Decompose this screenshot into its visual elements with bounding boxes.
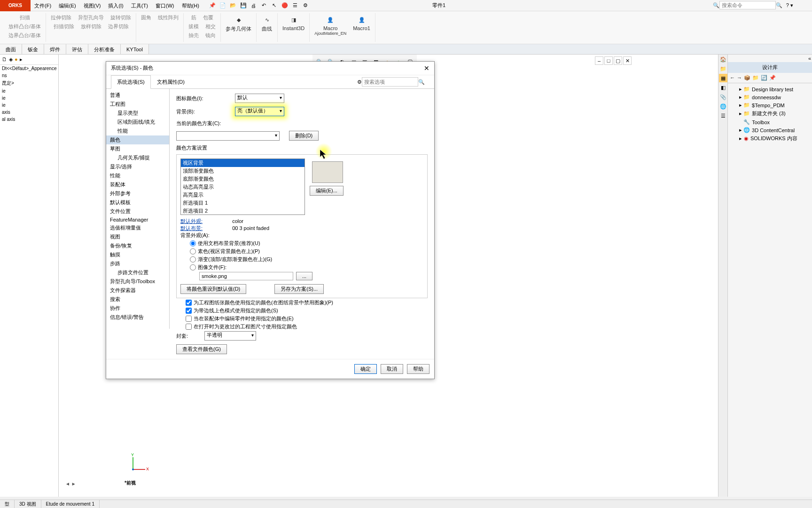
bottom-tab-motion[interactable]: Etude de mouvement 1 xyxy=(41,500,100,508)
ok-button[interactable]: 确定 xyxy=(354,364,377,374)
list-item[interactable]: ▸ 📁 $Tempo_PDM xyxy=(730,101,810,109)
nav-performance[interactable]: 性能 xyxy=(106,171,169,180)
pattern-button[interactable]: 线性阵列 xyxy=(156,13,180,22)
scheme-item[interactable]: 动态高亮显示 xyxy=(181,183,304,191)
scheme-item[interactable]: 所选项目 2 xyxy=(181,207,304,215)
current-scheme-select[interactable] xyxy=(176,131,280,141)
tree-item[interactable]: 昆定> xyxy=(0,79,58,87)
revolve-cut-button[interactable]: 旋转切除 xyxy=(109,13,133,22)
nav-collab[interactable]: 协作 xyxy=(106,304,169,313)
nav-touch[interactable]: 触摸 xyxy=(106,250,169,259)
view-file-colors-button[interactable]: 查看文件颜色(G) xyxy=(176,344,227,354)
menu-window[interactable]: 窗口(W) xyxy=(152,0,178,11)
tab-surface[interactable]: 曲面 xyxy=(0,44,22,54)
loft-button[interactable]: 放样凸台/基体 xyxy=(7,22,43,31)
fillet-button[interactable]: 圆角 xyxy=(139,13,153,22)
curve-button[interactable]: ∿ 曲线 xyxy=(259,13,274,33)
nav-display-select[interactable]: 显示/选择 xyxy=(106,162,169,171)
back-icon[interactable]: ← xyxy=(730,75,735,81)
tree-item[interactable]: axis xyxy=(0,109,58,116)
menu-help[interactable]: 帮助(H) xyxy=(178,0,203,11)
nav-colors[interactable]: 颜色 xyxy=(106,135,169,144)
nav-file-loc[interactable]: 文件位置 xyxy=(106,207,169,216)
default-appearance-link[interactable]: 默认外观: xyxy=(180,218,203,224)
lib-add-icon[interactable]: 📁 xyxy=(752,75,759,81)
tab-evaluate[interactable]: 评估 xyxy=(66,44,88,54)
loft-cut-button[interactable]: 放样切除 xyxy=(79,22,103,31)
edit-color-button[interactable]: 编辑(E)... xyxy=(310,186,344,196)
close-icon[interactable]: ✕ xyxy=(623,56,632,65)
radio-doc-scene[interactable] xyxy=(190,240,196,246)
tree-tab2-icon[interactable]: ◈ xyxy=(9,56,13,63)
envelope-select[interactable]: 半透明 xyxy=(204,331,256,341)
radio-gradient[interactable] xyxy=(190,256,196,262)
menu-tools[interactable]: 工具(T) xyxy=(127,0,152,11)
undo-icon[interactable]: ↶ xyxy=(259,1,269,10)
search-icon[interactable]: 🔍 xyxy=(418,79,425,85)
nav-view[interactable]: 视图 xyxy=(106,232,169,241)
fwd-icon[interactable]: → xyxy=(737,75,742,81)
nav-ext-ref[interactable]: 外部参考 xyxy=(106,189,169,198)
menu-view[interactable]: 视图(V) xyxy=(80,0,105,11)
list-item[interactable]: 🔧 Toolbox xyxy=(730,118,810,126)
scheme-list[interactable]: 视区背景 顶部渐变颜色 底部渐变颜色 动态高亮显示 高亮显示 所选项目 1 所选… xyxy=(180,159,305,215)
nav-assembly[interactable]: 装配体 xyxy=(106,180,169,189)
default-scene-link[interactable]: 默认布景: xyxy=(180,225,203,231)
tab-kytool[interactable]: KYTool xyxy=(121,44,149,54)
list-item[interactable]: ▸ 📁 donneessdw xyxy=(730,93,810,101)
scheme-item[interactable]: 顶部渐变颜色 xyxy=(181,167,304,175)
tab-system-options[interactable]: 系统选项(S) xyxy=(111,75,151,89)
scheme-item[interactable]: 高亮显示 xyxy=(181,191,304,199)
dialog-close-button[interactable]: ✕ xyxy=(424,64,429,72)
nav-hatch[interactable]: 区域剖面线/填充 xyxy=(106,118,169,127)
scheme-item[interactable]: 所选项目 1 xyxy=(181,199,304,207)
home-icon[interactable]: 🏠 xyxy=(719,55,727,64)
nav-explorer[interactable]: 文件探索器 xyxy=(106,286,169,295)
check-drawing-paper[interactable] xyxy=(186,300,192,306)
hole-wizard-button[interactable]: 异型孔向导 xyxy=(76,13,106,22)
nav-featuremgr[interactable]: FeatureManager xyxy=(106,216,169,223)
tree-tab3-icon[interactable]: ● xyxy=(15,56,18,63)
help-button[interactable]: 帮助 xyxy=(407,364,429,374)
shell-button[interactable]: 抽壳 xyxy=(187,31,201,40)
rebuild-icon[interactable]: 🔴 xyxy=(280,1,289,10)
save-icon[interactable]: 💾 xyxy=(239,1,248,10)
pin-lib-icon[interactable]: 📌 xyxy=(769,75,776,81)
list-item[interactable]: ▸ 🌐 3D ContentCentral xyxy=(730,126,810,134)
radio-image[interactable] xyxy=(190,264,196,270)
help-icon[interactable]: ? ▾ xyxy=(786,2,793,8)
tree-item[interactable]: al axis xyxy=(0,116,58,123)
extrude-cut-button[interactable]: 拉伸切除 xyxy=(49,13,73,22)
macro-button[interactable]: 👤 Macro AjoutMatiere_EN xyxy=(312,13,348,37)
wrap-button[interactable]: 包覆 xyxy=(201,13,215,22)
nav-routing-files[interactable]: 步路文件位置 xyxy=(106,268,169,277)
save-scheme-button[interactable]: 另存为方案(S)... xyxy=(274,284,324,294)
menu-insert[interactable]: 插入(I) xyxy=(104,0,127,11)
menu-file[interactable]: 文件(F) xyxy=(31,0,55,11)
tree-item[interactable]: ie xyxy=(0,87,58,95)
nav-perf[interactable]: 性能 xyxy=(106,127,169,135)
panel-icon[interactable]: ▦ xyxy=(719,74,727,82)
options-search-input[interactable] xyxy=(362,77,418,87)
pin-icon[interactable]: 📌 xyxy=(208,1,217,10)
nav-general[interactable]: 普通 xyxy=(106,91,169,100)
bottom-tab-3dview[interactable]: 3D 视图 xyxy=(15,500,41,508)
search-flag-icon[interactable]: 🔍 xyxy=(713,2,719,8)
cancel-button[interactable]: 取消 xyxy=(381,364,403,374)
tree-item[interactable]: ie xyxy=(0,102,58,109)
lib-icon[interactable]: 📦 xyxy=(744,75,750,81)
boundary-button[interactable]: 边界凸台/基体 xyxy=(7,31,43,40)
check-assembly-edit[interactable] xyxy=(186,316,192,322)
browse-button[interactable]: ... xyxy=(296,272,312,280)
maximize-icon[interactable]: ▢ xyxy=(614,56,622,65)
new-icon[interactable]: 📄 xyxy=(218,1,227,10)
restore-icon[interactable]: □ xyxy=(604,56,613,65)
minimize-icon[interactable]: – xyxy=(595,56,603,65)
tab-document-properties[interactable]: 文档属性(D) xyxy=(151,75,191,89)
refgeom-button[interactable]: ◆ 参考几何体 xyxy=(224,13,253,33)
menu-edit[interactable]: 编辑(E) xyxy=(55,0,80,11)
nav-templates[interactable]: 默认模板 xyxy=(106,198,169,207)
scheme-item-selected[interactable]: 视区背景 xyxy=(181,159,304,167)
settings-icon[interactable]: ⚙ xyxy=(301,1,310,10)
nav-messages[interactable]: 信息/错误/警告 xyxy=(106,313,169,322)
